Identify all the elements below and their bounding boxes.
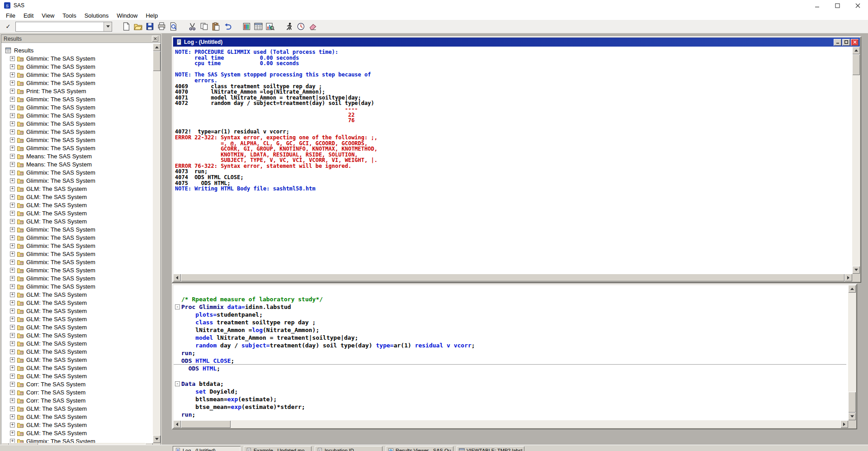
editor-horizontal-scrollbar[interactable] [173, 420, 848, 428]
expand-plus-icon[interactable]: + [10, 268, 15, 273]
menu-solutions[interactable]: Solutions [80, 11, 113, 20]
close-button[interactable] [848, 0, 868, 11]
expand-plus-icon[interactable]: + [10, 138, 15, 142]
results-tree-item[interactable]: +Glimmix: The SAS System [2, 111, 152, 119]
menu-tools[interactable]: Tools [58, 11, 80, 20]
new-document-button[interactable] [120, 21, 132, 33]
expand-plus-icon[interactable]: + [10, 113, 15, 118]
log-close-button[interactable] [851, 39, 859, 46]
clock-button[interactable] [295, 21, 307, 33]
scrollbar-thumb[interactable] [848, 392, 856, 413]
results-tree-item[interactable]: +Glimmix: The SAS System [2, 258, 152, 266]
results-tree-item[interactable]: +GLM: The SAS System [2, 429, 152, 437]
command-dropdown-arrow[interactable] [104, 22, 112, 31]
maximize-button[interactable] [827, 0, 848, 11]
menu-help[interactable]: Help [142, 11, 162, 20]
results-tree-item[interactable]: +GLM: The SAS System [2, 413, 152, 421]
scrollbar-track[interactable] [231, 420, 840, 428]
results-tree-item[interactable]: +GLM: The SAS System [2, 201, 152, 209]
results-tree-item[interactable]: +GLM: The SAS System [2, 372, 152, 380]
expand-plus-icon[interactable]: + [10, 227, 15, 232]
scroll-down-arrow[interactable] [153, 435, 160, 443]
results-tree-item[interactable]: +Print: The SAS System [2, 87, 152, 95]
results-tree-item[interactable]: +GLM: The SAS System [2, 217, 152, 225]
results-tree-item[interactable]: +Glimmix: The SAS System [2, 103, 152, 111]
scroll-left-arrow[interactable] [173, 420, 181, 428]
scroll-right-arrow[interactable] [840, 420, 848, 428]
print-button[interactable] [156, 21, 167, 33]
results-tree-item[interactable]: +GLM: The SAS System [2, 290, 152, 299]
expand-plus-icon[interactable]: + [10, 178, 15, 183]
expand-plus-icon[interactable]: + [10, 292, 15, 297]
collapse-section-icon[interactable]: - [175, 381, 180, 386]
results-tree-item[interactable]: +GLM: The SAS System [2, 209, 152, 217]
results-tree-item[interactable]: +Glimmix: The SAS System [2, 136, 152, 144]
results-tree-item[interactable]: +GLM: The SAS System [2, 364, 152, 372]
results-tree-item[interactable]: +GLM: The SAS System [2, 315, 152, 323]
expand-plus-icon[interactable]: + [10, 252, 15, 256]
undo-button[interactable] [222, 21, 233, 33]
results-tree-item[interactable]: +Corr: The SAS System [2, 388, 152, 396]
log-maximize-button[interactable] [842, 39, 850, 46]
log-horizontal-scrollbar[interactable] [173, 274, 852, 281]
cut-button[interactable] [186, 21, 198, 33]
expand-plus-icon[interactable]: + [10, 423, 15, 427]
results-tree-item[interactable]: +Glimmix: The SAS System [2, 176, 152, 185]
expand-plus-icon[interactable]: + [10, 374, 15, 379]
expand-plus-icon[interactable]: + [10, 349, 15, 354]
expand-plus-icon[interactable]: + [10, 406, 15, 411]
expand-plus-icon[interactable]: + [10, 235, 15, 240]
expand-plus-icon[interactable]: + [10, 64, 15, 69]
results-tree-item[interactable]: +Corr: The SAS System [2, 380, 152, 388]
expand-plus-icon[interactable]: + [10, 284, 15, 289]
results-tree-item[interactable]: +Means: The SAS System [2, 160, 152, 168]
expand-plus-icon[interactable]: + [10, 366, 15, 370]
table-editor-button[interactable] [252, 21, 264, 33]
expand-plus-icon[interactable]: + [10, 81, 15, 85]
open-button[interactable] [132, 21, 144, 33]
scroll-left-arrow[interactable] [173, 274, 181, 281]
minimize-button[interactable] [807, 0, 827, 11]
expand-plus-icon[interactable]: + [10, 89, 15, 94]
expand-plus-icon[interactable]: + [10, 333, 15, 338]
expand-plus-icon[interactable]: + [10, 260, 15, 265]
results-tree-item[interactable]: +GLM: The SAS System [2, 299, 152, 307]
scroll-up-arrow[interactable] [852, 47, 860, 54]
expand-plus-icon[interactable]: + [10, 390, 15, 395]
expand-plus-icon[interactable]: + [10, 170, 15, 175]
editor-vertical-scrollbar[interactable] [848, 285, 856, 420]
menu-view[interactable]: View [38, 11, 58, 20]
expand-plus-icon[interactable]: + [10, 129, 15, 134]
submit-button[interactable] [283, 21, 295, 33]
window-tab[interactable]: VIEWTABLE: TMP2 labst... [457, 446, 524, 451]
expand-plus-icon[interactable]: + [10, 195, 15, 199]
expand-plus-icon[interactable]: + [10, 146, 15, 151]
results-tree-item[interactable]: +GLM: The SAS System [2, 421, 152, 429]
results-tree-item[interactable]: +Glimmix: The SAS System [2, 79, 152, 87]
results-tree-item[interactable]: +Glimmix: The SAS System [2, 71, 152, 79]
expand-plus-icon[interactable]: + [10, 382, 15, 387]
scrollbar-thumb[interactable] [181, 274, 844, 281]
log-window-titlebar[interactable]: Log - (Untitled) [173, 38, 860, 47]
scrollbar-thumb[interactable] [181, 420, 231, 428]
results-tree-item[interactable]: +GLM: The SAS System [2, 339, 152, 347]
results-root-item[interactable]: Results [2, 46, 152, 54]
scroll-down-arrow[interactable] [848, 413, 856, 420]
results-tree-item[interactable]: +Glimmix: The SAS System [2, 95, 152, 103]
results-tree-item[interactable]: +Glimmix: The SAS System [2, 282, 152, 290]
scroll-right-arrow[interactable] [844, 274, 852, 281]
expand-plus-icon[interactable]: + [10, 211, 15, 216]
graph-query-button[interactable] [264, 21, 276, 33]
scroll-down-arrow[interactable] [852, 266, 860, 274]
expand-plus-icon[interactable]: + [10, 243, 15, 248]
collapse-section-icon[interactable]: - [175, 304, 180, 309]
results-tree-item[interactable]: +Glimmix: The SAS System [2, 233, 152, 242]
new-library-button[interactable] [241, 21, 252, 33]
scrollbar-thumb[interactable] [153, 51, 160, 71]
results-tree-item[interactable]: +GLM: The SAS System [2, 331, 152, 339]
window-tab[interactable]: Example - Updated mo... [244, 446, 311, 451]
expand-plus-icon[interactable]: + [10, 431, 15, 436]
log-content[interactable]: NOTE: PROCEDURE GLIMMIX used (Total proc… [173, 47, 860, 281]
results-tree-item[interactable]: +Glimmix: The SAS System [2, 168, 152, 176]
expand-plus-icon[interactable]: + [10, 357, 15, 362]
